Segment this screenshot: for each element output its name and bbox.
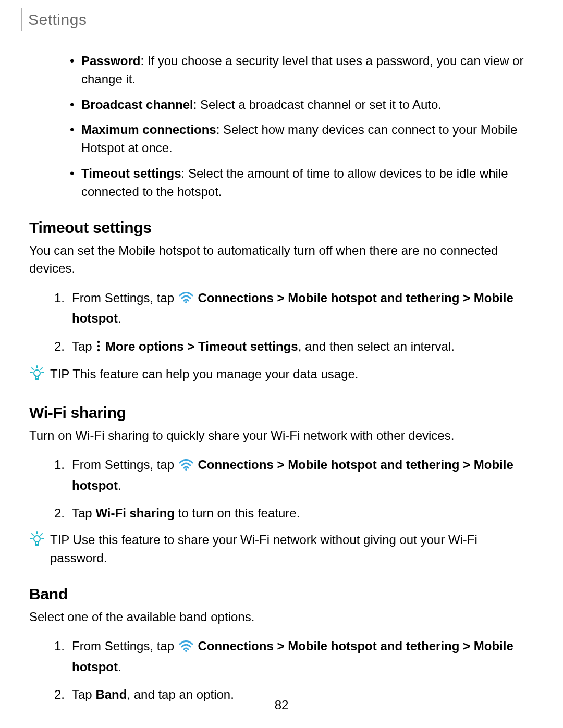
step-bold: Mobile hotspot and tethering bbox=[288, 639, 459, 653]
svg-point-2 bbox=[97, 344, 100, 347]
options-bullet-list: Password: If you choose a security level… bbox=[29, 52, 534, 201]
heading-wifi-sharing: Wi-Fi sharing bbox=[29, 404, 534, 422]
svg-point-11 bbox=[185, 468, 187, 471]
bullet-maximum-connections: Maximum connections: Select how many dev… bbox=[70, 121, 534, 157]
step-sep: > bbox=[459, 458, 473, 472]
tip-icon bbox=[29, 531, 45, 552]
svg-point-17 bbox=[34, 536, 40, 542]
svg-point-19 bbox=[185, 650, 187, 652]
tip-label: TIP bbox=[50, 367, 69, 381]
step-bold: Connections bbox=[198, 458, 273, 472]
timeout-step-2: Tap More options > Timeout settings, and… bbox=[54, 337, 534, 357]
bullet-password: Password: If you choose a security level… bbox=[70, 52, 534, 89]
step-end: , and then select an interval. bbox=[298, 339, 455, 353]
bullet-label: Maximum connections bbox=[81, 122, 216, 137]
svg-line-5 bbox=[41, 368, 42, 369]
page-number: 82 bbox=[0, 698, 563, 712]
timeout-lead: You can set the Mobile hotspot to automa… bbox=[29, 242, 534, 278]
more-options-icon bbox=[96, 338, 101, 357]
step-sep: > bbox=[274, 291, 288, 305]
step-bold: Timeout settings bbox=[198, 339, 298, 353]
wifi-step-1: From Settings, tap Connections > Mobile … bbox=[54, 455, 534, 495]
svg-line-13 bbox=[41, 534, 42, 535]
band-lead: Select one of the available band options… bbox=[29, 608, 534, 626]
timeout-step-1: From Settings, tap Connections > Mobile … bbox=[54, 288, 534, 328]
band-step-1: From Settings, tap Connections > Mobile … bbox=[54, 636, 534, 676]
step-end: to turn on this feature. bbox=[175, 506, 300, 520]
step-bold: Mobile hotspot and tethering bbox=[288, 291, 459, 305]
step-bold: Connections bbox=[198, 291, 273, 305]
step-bold: Connections bbox=[198, 639, 273, 653]
wifi-icon bbox=[179, 456, 193, 476]
page-header: Settings bbox=[21, 8, 87, 31]
step-sep: > bbox=[274, 639, 288, 653]
heading-timeout-settings: Timeout settings bbox=[29, 219, 534, 237]
bullet-broadcast-channel: Broadcast channel: Select a broadcast ch… bbox=[70, 96, 534, 114]
step-sep: > bbox=[459, 291, 473, 305]
step-text: From Settings, tap bbox=[72, 458, 178, 472]
heading-band: Band bbox=[29, 585, 534, 603]
step-text: Tap bbox=[72, 339, 95, 353]
wifi-tip: TIP Use this feature to share your Wi-Fi… bbox=[29, 531, 534, 567]
svg-line-6 bbox=[32, 368, 33, 369]
wifi-step-2: Tap Wi-Fi sharing to turn on this featur… bbox=[54, 503, 534, 523]
svg-point-9 bbox=[34, 370, 40, 376]
svg-point-1 bbox=[97, 340, 100, 342]
page-content: Password: If you choose a security level… bbox=[29, 52, 534, 712]
tip-icon bbox=[29, 365, 45, 386]
wifi-icon bbox=[179, 638, 193, 657]
header-title: Settings bbox=[28, 11, 87, 29]
wifi-icon bbox=[179, 289, 193, 309]
tip-body: This feature can help you manage your da… bbox=[69, 367, 359, 381]
bullet-text: : If you choose a security level that us… bbox=[81, 54, 523, 86]
step-bold: More options bbox=[105, 339, 184, 353]
step-end: . bbox=[118, 478, 121, 492]
bullet-label: Broadcast channel bbox=[81, 97, 193, 112]
bullet-label: Timeout settings bbox=[81, 166, 181, 180]
step-sep: > bbox=[184, 339, 198, 353]
step-bold: Wi-Fi sharing bbox=[95, 506, 175, 520]
band-steps: From Settings, tap Connections > Mobile … bbox=[29, 636, 534, 704]
step-sep: > bbox=[459, 639, 473, 653]
tip-label: TIP bbox=[50, 533, 69, 547]
svg-point-3 bbox=[97, 349, 100, 351]
bullet-text: : Select a broadcast channel or set it t… bbox=[193, 97, 442, 112]
tip-body: Use this feature to share your Wi-Fi net… bbox=[50, 533, 478, 565]
tip-text-wrapper: TIP This feature can help you manage you… bbox=[50, 365, 534, 384]
svg-point-0 bbox=[185, 301, 187, 303]
svg-line-14 bbox=[32, 534, 33, 535]
wifi-steps: From Settings, tap Connections > Mobile … bbox=[29, 455, 534, 523]
step-end: . bbox=[118, 311, 121, 325]
header-divider bbox=[21, 8, 22, 31]
step-text: From Settings, tap bbox=[72, 291, 178, 305]
tip-text-wrapper: TIP Use this feature to share your Wi-Fi… bbox=[50, 531, 534, 567]
timeout-tip: TIP This feature can help you manage you… bbox=[29, 365, 534, 386]
step-end: . bbox=[118, 660, 121, 674]
timeout-steps: From Settings, tap Connections > Mobile … bbox=[29, 288, 534, 357]
bullet-label: Password bbox=[81, 54, 140, 68]
step-sep: > bbox=[274, 458, 288, 472]
step-text: From Settings, tap bbox=[72, 639, 178, 653]
wifi-lead: Turn on Wi-Fi sharing to quickly share y… bbox=[29, 427, 534, 445]
bullet-timeout-settings: Timeout settings: Select the amount of t… bbox=[70, 165, 534, 201]
step-bold: Mobile hotspot and tethering bbox=[288, 458, 459, 472]
step-text: Tap bbox=[72, 506, 95, 520]
